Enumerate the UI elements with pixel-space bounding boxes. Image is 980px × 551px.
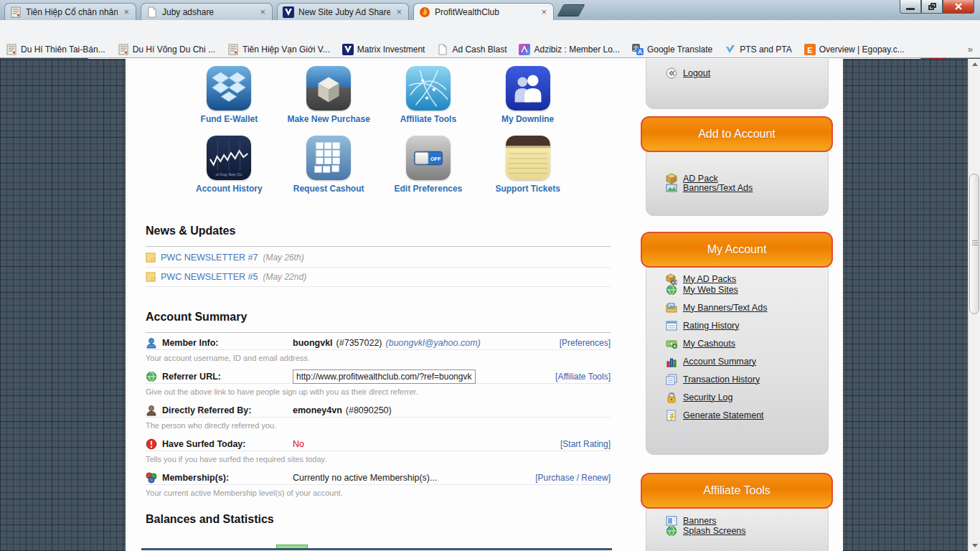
banners-text-ads-item[interactable]: Banners/Text Ads (646, 179, 829, 197)
request-cashout-shortcut[interactable]: Request Cashout (293, 136, 364, 194)
my-cashouts-item[interactable]: My Cashouts (646, 334, 829, 352)
my-banners-link[interactable]: My Banners/Text Ads (683, 303, 767, 313)
bookmark-item[interactable]: PTS and PTA (725, 44, 791, 55)
referrer-person-icon (146, 405, 157, 416)
tab-new-site-juby[interactable]: New Site Juby Ad Share - 1 × (277, 3, 409, 20)
my-ad-packs-link[interactable]: My AD Packs (683, 274, 736, 284)
shortcut-label[interactable]: My Downline (501, 114, 554, 124)
bookmark-item[interactable]: 文AGoogle Translate (632, 44, 712, 55)
row-label: Referrer URL: (162, 372, 293, 382)
bookmark-label: Du Hí Võng Du Chi ... (133, 44, 215, 55)
tab-close-icon[interactable]: × (395, 7, 403, 17)
bookmark-item[interactable]: Matrix Investment (342, 44, 425, 55)
bookmark-item[interactable]: Du Hí Thiên Tai-Bán... (6, 44, 105, 55)
membership-spheres-icon (146, 472, 157, 484)
tab-profitwealthclub[interactable]: ProfitWealthClub × (413, 3, 554, 20)
affiliate-tools-link[interactable]: [Affiliate Tools] (555, 372, 611, 382)
scroll-up-button[interactable] (969, 59, 980, 70)
bookmark-label: Matrix Investment (357, 44, 425, 55)
splash-screens-item[interactable]: Splash Screens (646, 522, 829, 540)
shortcut-label[interactable]: Support Tickets (495, 184, 560, 194)
row-helper-text: Tells you if you have surfed the require… (146, 451, 611, 469)
start-rating-link[interactable]: [Start Rating] (560, 439, 611, 449)
logout-item[interactable]: Logout (646, 59, 829, 73)
fund-ewallet-shortcut[interactable]: Fund E-Wallet (201, 66, 258, 124)
page-scrollbar[interactable] (968, 59, 980, 551)
newsletter-link[interactable]: PWC NEWSLETTER #7 (161, 253, 258, 263)
account-history-shortcut[interactable]: ul Aug Sep Oc Account History (196, 136, 263, 194)
make-new-purchase-shortcut[interactable]: Make New Purchase (287, 66, 369, 124)
bookmark-item[interactable]: Tiên Hiệp Vạn Giới V... (227, 44, 330, 55)
generate-statement-item[interactable]: Generate Statement (646, 406, 829, 424)
newsletter-link[interactable]: PWC NEWSLETTER #5 (161, 272, 258, 282)
heading-divider (146, 246, 611, 247)
my-downline-shortcut[interactable]: My Downline (501, 66, 554, 124)
row-helper-text: Give out the above link to have people s… (146, 384, 611, 402)
new-tab-button[interactable] (557, 4, 585, 17)
newsletter-date: (May 26th) (263, 253, 303, 263)
my-cashouts-link[interactable]: My Cashouts (683, 339, 735, 349)
tab-close-icon[interactable]: × (258, 7, 267, 17)
account-summary-link[interactable]: Account Summary (683, 357, 756, 367)
scroll-down-button[interactable] (969, 540, 980, 551)
generate-statement-link[interactable]: Generate Statement (683, 410, 764, 420)
security-log-link[interactable]: Security Log (683, 392, 732, 402)
rating-history-item[interactable]: Rating History (646, 316, 829, 334)
edit-preferences-icon: OFF (406, 136, 451, 180)
my-web-sites-item[interactable]: My Web Sites (646, 281, 829, 298)
logout-link[interactable]: Logout (683, 68, 710, 78)
newsletter-note-icon (146, 253, 156, 263)
member-id-value: (#7357022) (336, 338, 382, 348)
purchase-renew-link[interactable]: [Purchase / Renew] (535, 473, 611, 483)
tab-close-icon[interactable]: × (122, 7, 131, 17)
minimize-button[interactable] (900, 0, 921, 14)
scrollbar-thumb[interactable] (969, 174, 979, 314)
bookmark-label: Overview | Egopay.c... (819, 44, 905, 55)
splash-screens-link[interactable]: Splash Screens (683, 526, 746, 536)
banners-link[interactable]: Banners (683, 516, 717, 526)
affiliate-tools-icon (406, 66, 451, 110)
my-account-header[interactable]: My Account (641, 232, 833, 268)
browser-window: Tiên Hiệp Cổ chân nhân - × Juby adshare … (0, 0, 980, 551)
bookmark-item[interactable]: Adzibiz : Member Lo... (519, 44, 619, 55)
shortcut-label[interactable]: Account History (196, 184, 263, 194)
affiliate-tools-header[interactable]: Affiliate Tools (641, 473, 833, 509)
tab-close-icon[interactable]: × (540, 7, 548, 17)
referrer-username-value: emoney4vn (293, 405, 342, 415)
transaction-history-link[interactable]: Transaction History (683, 375, 760, 385)
preferences-link[interactable]: [Preferences] (560, 338, 611, 348)
referrer-url-row: Referrer URL: [Affiliate Tools] Give out… (146, 368, 611, 402)
account-summary-item[interactable]: Account Summary (646, 352, 829, 370)
add-to-account-header[interactable]: Add to Account (641, 116, 833, 152)
bookmark-item[interactable]: Du Hí Võng Du Chi ... (118, 44, 215, 55)
close-button[interactable] (943, 0, 974, 14)
bookmark-item[interactable]: EOverview | Egopay.c... (804, 44, 905, 55)
shortcut-label[interactable]: Affiliate Tools (400, 114, 456, 124)
tab-title: ProfitWealthClub (435, 7, 535, 17)
shortcut-label[interactable]: Make New Purchase (287, 114, 369, 124)
transaction-history-item[interactable]: Transaction History (646, 370, 829, 388)
globe-icon (666, 525, 677, 537)
tab-novel-1[interactable]: Tiên Hiệp Cổ chân nhân - × (4, 3, 136, 20)
globe-icon (666, 284, 677, 296)
tab-juby-adshare[interactable]: Juby adshare × (141, 3, 273, 20)
bookmarks-overflow-chevron[interactable]: » (968, 44, 973, 55)
tab-strip: Tiên Hiệp Cổ chân nhân - × Juby adshare … (0, 0, 980, 20)
support-tickets-shortcut[interactable]: Support Tickets (495, 136, 560, 194)
shortcut-label[interactable]: Request Cashout (293, 184, 364, 194)
affiliate-tools-shortcut[interactable]: Affiliate Tools (400, 66, 456, 124)
adzibiz-icon (519, 44, 530, 55)
restore-button[interactable] (921, 0, 943, 14)
my-web-sites-link[interactable]: My Web Sites (683, 285, 738, 295)
referrer-url-input[interactable] (293, 369, 476, 384)
my-banners-item[interactable]: My Banners/Text Ads (646, 298, 829, 316)
bookmark-item[interactable]: Ad Cash Blast (437, 44, 507, 55)
edit-preferences-shortcut[interactable]: OFF Edit Preferences (395, 136, 463, 194)
rating-history-link[interactable]: Rating History (683, 321, 740, 331)
shortcut-label[interactable]: Fund E-Wallet (201, 114, 258, 124)
icon-badge: OFF (430, 156, 441, 162)
shortcut-label[interactable]: Edit Preferences (395, 184, 463, 194)
security-log-item[interactable]: Security Log (646, 388, 829, 406)
svg-text:A: A (638, 48, 642, 55)
banners-text-ads-link[interactable]: Banners/Text Ads (683, 183, 753, 193)
